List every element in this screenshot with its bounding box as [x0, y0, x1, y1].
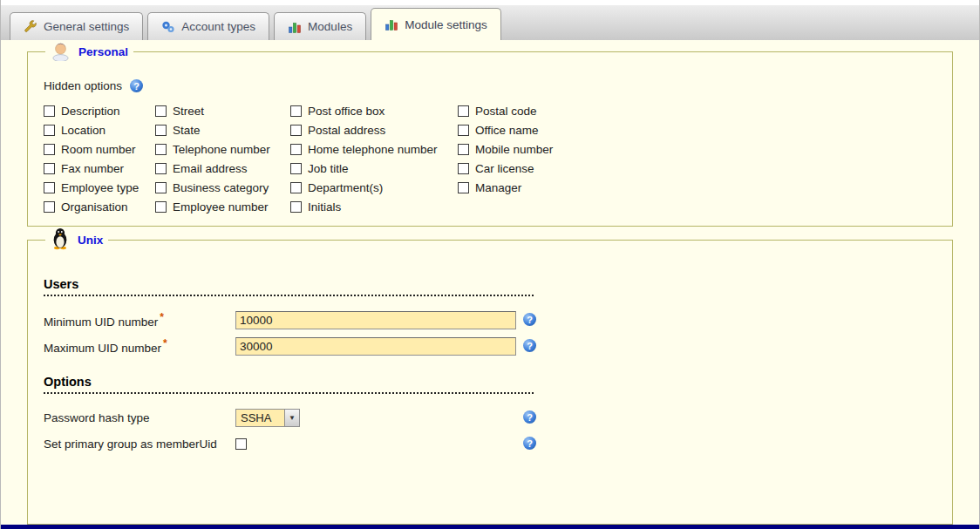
hidden-option-email-address[interactable]: Email address: [155, 162, 290, 175]
tab-modules[interactable]: Modules: [274, 12, 366, 40]
checkbox[interactable]: [44, 182, 55, 193]
users-section-header: Users: [44, 277, 534, 296]
checkbox[interactable]: [44, 144, 55, 155]
tux-penguin-icon: [51, 227, 70, 253]
max-uid-row: Maximum UID number* ?: [44, 336, 579, 356]
required-marker: *: [160, 311, 164, 323]
max-uid-input[interactable]: [235, 337, 516, 356]
checkbox[interactable]: [290, 125, 302, 136]
hidden-option-home-telephone-number[interactable]: Home telephone number: [290, 143, 458, 156]
checkbox[interactable]: [44, 125, 55, 136]
chevron-down-icon[interactable]: ▼: [284, 410, 299, 426]
hidden-option-employee-number[interactable]: Employee number: [155, 200, 290, 214]
hidden-option-organisation[interactable]: Organisation: [44, 200, 155, 214]
tab-account-types[interactable]: Account types: [147, 12, 269, 40]
checkbox[interactable]: [290, 201, 302, 213]
checkbox[interactable]: [155, 125, 167, 136]
min-uid-row: Minimum UID number* ?: [44, 310, 579, 329]
hidden-option-fax-number[interactable]: Fax number: [44, 162, 155, 175]
help-icon[interactable]: ?: [130, 79, 143, 92]
wrench-icon: [24, 20, 37, 34]
required-marker: *: [163, 337, 167, 349]
checkbox[interactable]: [155, 201, 167, 213]
personal-legend: Personal: [45, 40, 133, 64]
help-icon[interactable]: ?: [523, 339, 536, 352]
hidden-options-row: Hidden options ?: [44, 79, 936, 92]
fieldset-title: Personal: [78, 45, 128, 58]
tab-module-settings[interactable]: Module settings: [371, 8, 501, 40]
max-uid-label: Maximum UID number*: [44, 337, 235, 355]
password-hash-row: Password hash type SSHA ▼ ?: [44, 408, 579, 427]
password-hash-select[interactable]: SSHA ▼: [235, 409, 300, 427]
help-icon[interactable]: ?: [523, 313, 536, 326]
min-uid-label: Minimum UID number*: [44, 311, 235, 329]
modules-icon: [288, 20, 302, 34]
hidden-option-description[interactable]: Description: [44, 105, 155, 118]
hidden-options-grid: Description Street Post office box Posta…: [44, 105, 936, 214]
checkbox[interactable]: [44, 163, 55, 174]
checkbox[interactable]: [44, 201, 55, 213]
selected-option: SSHA: [236, 410, 284, 426]
hidden-option-manager[interactable]: Manager: [458, 181, 650, 194]
tab-general-settings[interactable]: General settings: [10, 12, 143, 40]
hidden-option-postal-code[interactable]: Postal code: [458, 105, 650, 118]
hidden-option-telephone-number[interactable]: Telephone number: [155, 143, 290, 156]
hidden-options-label: Hidden options: [44, 79, 122, 92]
checkbox[interactable]: [458, 182, 469, 193]
hidden-option-business-category[interactable]: Business category: [155, 181, 290, 194]
page-bottom-border: [1, 525, 979, 529]
checkbox[interactable]: [458, 125, 469, 136]
checkbox[interactable]: [290, 105, 302, 117]
checkbox[interactable]: [155, 163, 167, 174]
checkbox[interactable]: [155, 105, 167, 117]
unix-legend: Unix: [45, 227, 108, 253]
hidden-option-location[interactable]: Location: [44, 124, 155, 137]
checkbox[interactable]: [155, 182, 167, 193]
hidden-option-initials[interactable]: Initials: [290, 200, 458, 214]
lam-configuration-page: General settings Account types Modules M…: [0, 0, 980, 529]
hidden-option-departments[interactable]: Department(s): [290, 181, 458, 194]
unix-module-fieldset: Unix Users Minimum UID number* ? Maximum…: [27, 227, 953, 525]
fieldset-title: Unix: [78, 234, 103, 247]
tab-label: Account types: [181, 20, 255, 33]
tab-bar: General settings Account types Modules M…: [1, 5, 979, 40]
gears-icon: [161, 20, 175, 34]
checkbox[interactable]: [458, 163, 469, 174]
hidden-option-state[interactable]: State: [155, 124, 290, 137]
module-settings-content: Personal Hidden options ? Description St…: [1, 40, 979, 525]
person-icon: [51, 40, 71, 64]
checkbox[interactable]: [290, 163, 302, 174]
help-icon[interactable]: ?: [523, 410, 536, 424]
checkbox[interactable]: [458, 105, 469, 117]
hidden-option-employee-type[interactable]: Employee type: [44, 181, 155, 194]
personal-module-fieldset: Personal Hidden options ? Description St…: [27, 40, 953, 227]
options-section-header: Options: [44, 375, 534, 394]
help-icon[interactable]: ?: [523, 437, 536, 450]
tab-label: Modules: [308, 20, 352, 33]
hidden-option-postal-address[interactable]: Postal address: [290, 124, 458, 137]
hidden-option-job-title[interactable]: Job title: [290, 162, 458, 175]
hidden-option-car-license[interactable]: Car license: [458, 162, 650, 175]
checkbox[interactable]: [458, 144, 469, 155]
module-settings-icon: [385, 17, 398, 31]
tab-label: Module settings: [405, 18, 487, 31]
checkbox[interactable]: [290, 144, 302, 155]
min-uid-input[interactable]: [235, 311, 516, 329]
member-uid-checkbox[interactable]: [235, 438, 247, 450]
member-uid-label: Set primary group as memberUid: [44, 437, 235, 451]
password-hash-label: Password hash type: [44, 411, 235, 424]
hidden-option-street[interactable]: Street: [155, 105, 290, 118]
checkbox[interactable]: [44, 105, 55, 117]
tab-label: General settings: [44, 20, 129, 33]
hidden-option-mobile-number[interactable]: Mobile number: [458, 143, 650, 156]
checkbox[interactable]: [155, 144, 167, 155]
hidden-option-post-office-box[interactable]: Post office box: [290, 105, 458, 118]
hidden-option-office-name[interactable]: Office name: [458, 124, 650, 137]
member-uid-row: Set primary group as memberUid ?: [44, 434, 579, 453]
checkbox[interactable]: [290, 182, 302, 193]
hidden-option-room-number[interactable]: Room number: [44, 143, 155, 156]
